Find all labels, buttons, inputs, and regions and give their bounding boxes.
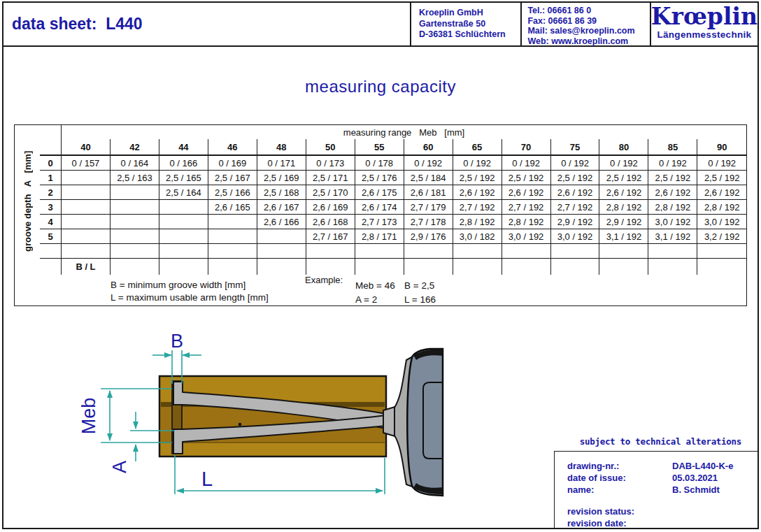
table-cell bbox=[110, 229, 159, 244]
example-values: Meb = 46 B = 2,5 A = 2 L = 166 bbox=[355, 280, 467, 305]
table-cell: 2,5 / 167 bbox=[208, 171, 257, 185]
column-header: 70 bbox=[502, 139, 550, 155]
table-cell: 3,0 / 192 bbox=[648, 215, 697, 229]
table-row: 32,6 / 1652,6 / 1672,6 / 1692,6 / 1742,7… bbox=[40, 200, 746, 215]
table-cell: 2,9 / 192 bbox=[550, 215, 599, 229]
table-cell: 2,6 / 175 bbox=[355, 185, 404, 200]
column-header: 80 bbox=[599, 139, 648, 155]
table-cell: 0 / 192 bbox=[648, 155, 697, 171]
table-cell: 2,5 / 169 bbox=[257, 171, 306, 185]
table-row bbox=[40, 244, 746, 259]
technical-drawing: B Meb A L bbox=[70, 318, 490, 507]
info-value: 05.03.2021 bbox=[672, 473, 718, 483]
table-cell bbox=[453, 244, 502, 259]
column-header: 46 bbox=[208, 139, 257, 155]
table-cell: 2,6 / 169 bbox=[306, 200, 355, 215]
info-label: revision date: bbox=[567, 518, 672, 529]
table-cell: 3,0 / 192 bbox=[550, 229, 599, 244]
column-header: 42 bbox=[110, 139, 159, 155]
table-cell: 2,8 / 171 bbox=[355, 229, 404, 244]
info-label: name: bbox=[567, 484, 672, 495]
table-cell bbox=[257, 229, 306, 244]
drawing-info-box: drawing-nr.:DAB-L440-K-edate of issue:05… bbox=[554, 451, 758, 529]
column-header: 50 bbox=[306, 139, 355, 155]
table-cell: 2,5 / 163 bbox=[110, 171, 159, 185]
table-cell bbox=[62, 185, 111, 200]
dim-label-b: B bbox=[171, 331, 183, 352]
table-cell: 3,0 / 182 bbox=[453, 229, 502, 244]
column-header-row: 4042444648505560657075808590 bbox=[40, 139, 746, 155]
table-cell bbox=[62, 171, 111, 185]
info-value: DAB-L440-K-e bbox=[672, 461, 733, 471]
table-cell: 3,2 / 192 bbox=[697, 229, 746, 244]
table-side-label: groove depth A [mm] bbox=[15, 134, 40, 269]
table-cell bbox=[159, 229, 208, 244]
table-cell: 2,7 / 178 bbox=[404, 215, 453, 229]
row-label: 0 bbox=[40, 155, 62, 171]
table-cell: 2,5 / 192 bbox=[697, 171, 746, 185]
table-cell: 3,0 / 192 bbox=[697, 215, 746, 229]
column-header: 65 bbox=[453, 139, 502, 155]
table-cell: 2,8 / 192 bbox=[697, 200, 746, 215]
table-cell: 2,5 / 165 bbox=[159, 171, 208, 185]
row-label: 2 bbox=[40, 185, 62, 200]
table-cell bbox=[62, 200, 111, 215]
example-label: Example: bbox=[305, 275, 343, 285]
table-cell bbox=[355, 244, 404, 259]
table-cell: 0 / 157 bbox=[62, 155, 111, 171]
table-cell bbox=[550, 244, 599, 259]
info-row: revision status: bbox=[567, 506, 758, 517]
legend: B = minimum groove width [mm] L = maximu… bbox=[15, 269, 746, 305]
table-cell bbox=[110, 244, 159, 259]
table-cell: 2,6 / 192 bbox=[648, 185, 697, 200]
table-cell: 0 / 192 bbox=[453, 155, 502, 171]
dim-label-a: A bbox=[109, 461, 130, 473]
table-cell: 2,7 / 167 bbox=[306, 229, 355, 244]
example-a: A = 2 bbox=[355, 294, 404, 305]
dim-label-l: L bbox=[201, 468, 213, 490]
company-name: Kroeplin GmbH bbox=[419, 8, 520, 19]
table-cell: 2,6 / 181 bbox=[404, 185, 453, 200]
table-cell: 0 / 192 bbox=[404, 155, 453, 171]
table-cell: 0 / 192 bbox=[550, 155, 599, 171]
table-cell bbox=[599, 244, 648, 259]
instrument-body bbox=[407, 349, 443, 496]
table-cell: 2,9 / 176 bbox=[404, 229, 453, 244]
table-cell bbox=[502, 244, 550, 259]
legend-definitions: B = minimum groove width [mm] L = maximu… bbox=[111, 279, 269, 304]
company-contact: Tel.: 06661 86 0 Fax: 06661 86 39 Mail: … bbox=[520, 3, 649, 45]
document-title: data sheet: L440 bbox=[3, 3, 410, 45]
table-cell: 2,7 / 173 bbox=[355, 215, 404, 229]
table-cell bbox=[404, 244, 453, 259]
table-cell: 2,6 / 166 bbox=[257, 215, 306, 229]
table-row: 22,5 / 1642,5 / 1662,5 / 1682,5 / 1702,6… bbox=[40, 185, 746, 200]
contact-mail: Mail: sales@kroeplin.com bbox=[527, 26, 649, 36]
company-street: Gartenstraße 50 bbox=[419, 19, 520, 30]
table-cell: 2,8 / 192 bbox=[502, 215, 550, 229]
example-b: B = 2,5 bbox=[404, 280, 467, 291]
table-cell: 0 / 192 bbox=[599, 155, 648, 171]
info-label: date of issue: bbox=[567, 473, 672, 483]
range-header-row: measuring range Meb [mm] bbox=[40, 125, 746, 139]
table-cell: 2,6 / 192 bbox=[502, 185, 550, 200]
table-row: 12,5 / 1632,5 / 1652,5 / 1672,5 / 1692,5… bbox=[40, 171, 746, 185]
table-cell bbox=[697, 244, 746, 259]
table-cell: 2,6 / 165 bbox=[208, 200, 257, 215]
table-cell: 2,7 / 192 bbox=[502, 200, 550, 215]
info-row: name:B. Schmidt bbox=[567, 484, 758, 495]
table-cell bbox=[257, 244, 306, 259]
column-header: 48 bbox=[257, 139, 306, 155]
table-cell: 3,1 / 192 bbox=[648, 229, 697, 244]
table-cell: 2,8 / 192 bbox=[599, 200, 648, 215]
table-cell: 0 / 169 bbox=[208, 155, 257, 171]
datasheet-page: data sheet: L440 Kroeplin GmbH Gartenstr… bbox=[0, 0, 761, 532]
table-cell: 2,6 / 192 bbox=[599, 185, 648, 200]
table-cell: 2,6 / 168 bbox=[306, 215, 355, 229]
table-cell: 0 / 178 bbox=[355, 155, 404, 171]
info-label: revision status: bbox=[567, 506, 672, 517]
table-cell: 2,5 / 192 bbox=[648, 171, 697, 185]
column-header: 75 bbox=[550, 139, 599, 155]
legend-b: B = minimum groove width [mm] bbox=[111, 279, 269, 292]
table-cell: 2,5 / 192 bbox=[502, 171, 550, 185]
table-cell bbox=[62, 244, 111, 259]
